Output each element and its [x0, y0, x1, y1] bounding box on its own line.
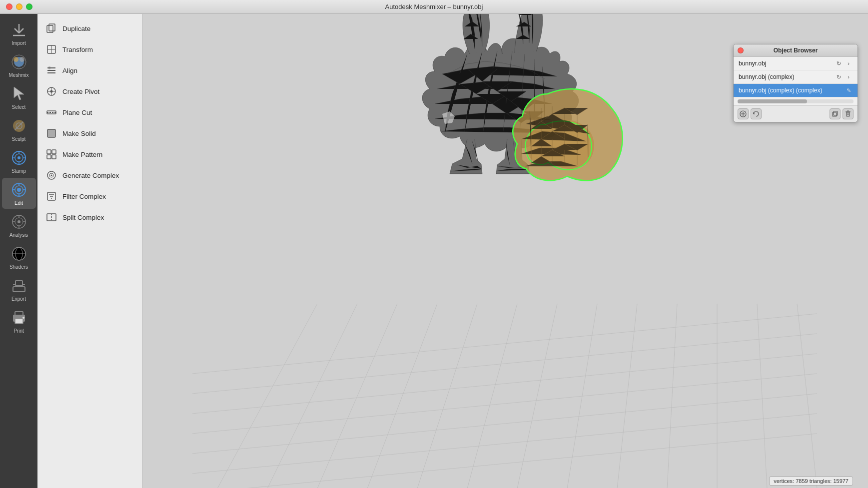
menu-item-duplicate[interactable]: Duplicate [37, 18, 142, 39]
object-browser-row-2-arrow[interactable]: › [845, 73, 853, 81]
svg-line-92 [797, 304, 817, 488]
object-browser-row-3-icons: ✎ [845, 86, 853, 94]
object-browser-row-2-icons: ↻ › [835, 73, 853, 81]
object-browser-content: bunnyr.obj ↻ › bunnyr.obj (complex) ↻ › [734, 57, 858, 97]
transform-label: Transform [62, 46, 93, 53]
app-title: Autodesk Meshmixer – bunnyr.obj [385, 3, 483, 10]
stamp-icon [10, 149, 28, 167]
sidebar-sculpt-label: Sculpt [12, 136, 26, 142]
sidebar-item-meshmix[interactable]: Meshmix [2, 50, 36, 81]
sidebar-item-sculpt[interactable]: Sculpt [2, 114, 36, 145]
object-browser-row-1-refresh[interactable]: ↻ [835, 59, 843, 67]
maximize-button[interactable] [26, 3, 32, 10]
object-browser-delete-button[interactable] [843, 108, 854, 119]
svg-point-13 [17, 156, 20, 159]
select-icon [10, 85, 28, 103]
object-browser-row-3-left: bunnyr.obj (complex) (complex) [739, 87, 822, 94]
menu-item-make-pattern[interactable]: Make Pattern [37, 144, 142, 165]
svg-rect-97 [834, 111, 838, 115]
object-browser-copy-button[interactable] [830, 108, 841, 119]
svg-rect-98 [847, 112, 850, 116]
svg-point-6 [13, 57, 18, 62]
sidebar-select-label: Select [12, 104, 26, 110]
minimize-button[interactable] [16, 3, 22, 10]
object-browser-item-1-label: bunnyr.obj [739, 60, 766, 67]
menu-item-make-solid[interactable]: Make Solid [37, 123, 142, 144]
viewport[interactable]: Object Browser bunnyr.obj ↻ › bunnyr.obj… [142, 14, 868, 488]
create-pivot-icon [45, 85, 57, 97]
sidebar-item-print[interactable]: Print [2, 306, 36, 337]
sidebar-item-analysis[interactable]: Analysis [2, 210, 36, 241]
sidebar-item-export[interactable]: Export [2, 274, 36, 305]
split-complex-label: Split Complex [62, 214, 104, 221]
svg-point-66 [51, 175, 52, 176]
sidebar-item-select[interactable]: Select [2, 82, 36, 113]
svg-line-81 [267, 304, 357, 488]
object-browser-row-1-icons: ↻ › [835, 59, 853, 67]
menu-item-plane-cut[interactable]: Plane Cut [37, 102, 142, 123]
split-complex-icon [45, 211, 57, 223]
svg-rect-42 [15, 319, 23, 324]
svg-rect-52 [48, 66, 50, 69]
object-browser-row-3[interactable]: bunnyr.obj (complex) (complex) ✎ [734, 84, 858, 97]
object-browser-title: Object Browser [774, 47, 818, 54]
svg-line-77 [192, 314, 817, 374]
sidebar-item-shaders[interactable]: Shaders [2, 242, 36, 273]
svg-line-75 [192, 354, 817, 414]
sculpt-icon [10, 117, 28, 135]
titlebar-buttons [6, 3, 32, 10]
object-browser-row-2[interactable]: bunnyr.obj (complex) ↻ › [734, 70, 858, 84]
svg-line-79 [192, 434, 817, 488]
left-sidebar: Import Meshmix Select Sculpt [0, 14, 37, 488]
generate-complex-label: Generate Complex [62, 172, 119, 179]
object-browser-close-button[interactable] [738, 47, 744, 53]
duplicate-label: Duplicate [62, 25, 90, 32]
filter-complex-label: Filter Complex [62, 193, 106, 200]
analysis-icon [10, 213, 28, 231]
object-browser-row-2-refresh[interactable]: ↻ [835, 73, 843, 81]
svg-point-56 [50, 90, 53, 93]
menu-item-filter-complex[interactable]: Filter Complex [37, 186, 142, 207]
object-browser-footer [734, 105, 858, 122]
svg-line-87 [567, 304, 597, 488]
plane-cut-label: Plane Cut [62, 109, 92, 116]
menu-item-generate-complex[interactable]: Generate Complex [37, 165, 142, 186]
svg-point-7 [19, 57, 24, 62]
make-pattern-icon [45, 148, 57, 160]
make-solid-label: Make Solid [62, 130, 96, 137]
sidebar-item-edit[interactable]: Edit [2, 178, 36, 209]
object-browser-row-1-arrow[interactable]: › [845, 59, 853, 67]
sidebar-item-import[interactable]: Import [2, 18, 36, 49]
sidebar-print-label: Print [13, 328, 24, 334]
svg-rect-63 [52, 155, 56, 159]
object-browser-scrollbar-thumb[interactable] [738, 99, 807, 103]
svg-rect-37 [15, 281, 22, 286]
create-pivot-label: Create Pivot [62, 88, 99, 95]
make-pattern-label: Make Pattern [62, 151, 102, 158]
sidebar-stamp-label: Stamp [11, 168, 26, 174]
object-browser-row-3-edit[interactable]: ✎ [845, 86, 853, 94]
svg-line-80 [217, 304, 317, 488]
svg-rect-44 [47, 25, 53, 32]
menu-item-create-pivot[interactable]: Create Pivot [37, 81, 142, 102]
object-browser-scrollbar[interactable] [738, 99, 854, 103]
menu-item-split-complex[interactable]: Split Complex [37, 207, 142, 228]
titlebar: Autodesk Meshmixer – bunnyr.obj [0, 0, 868, 14]
svg-line-88 [617, 304, 637, 488]
svg-rect-36 [13, 287, 25, 292]
transform-icon [45, 43, 57, 55]
edit-icon [10, 181, 28, 199]
plane-cut-icon [45, 106, 57, 118]
make-solid-icon [45, 127, 57, 139]
sidebar-item-stamp[interactable]: Stamp [2, 146, 36, 177]
object-browser-row-2-left: bunnyr.obj (complex) [739, 73, 794, 80]
edit-panel: Duplicate Transform Align [37, 14, 142, 488]
object-browser-add-button[interactable] [738, 108, 749, 119]
close-button[interactable] [6, 3, 12, 10]
meshmix-icon [10, 53, 28, 71]
menu-item-align[interactable]: Align [37, 60, 142, 81]
menu-item-transform[interactable]: Transform [37, 39, 142, 60]
import-icon [10, 21, 28, 39]
object-browser-refresh-button[interactable] [751, 108, 762, 119]
object-browser-row-1[interactable]: bunnyr.obj ↻ › [734, 57, 858, 70]
